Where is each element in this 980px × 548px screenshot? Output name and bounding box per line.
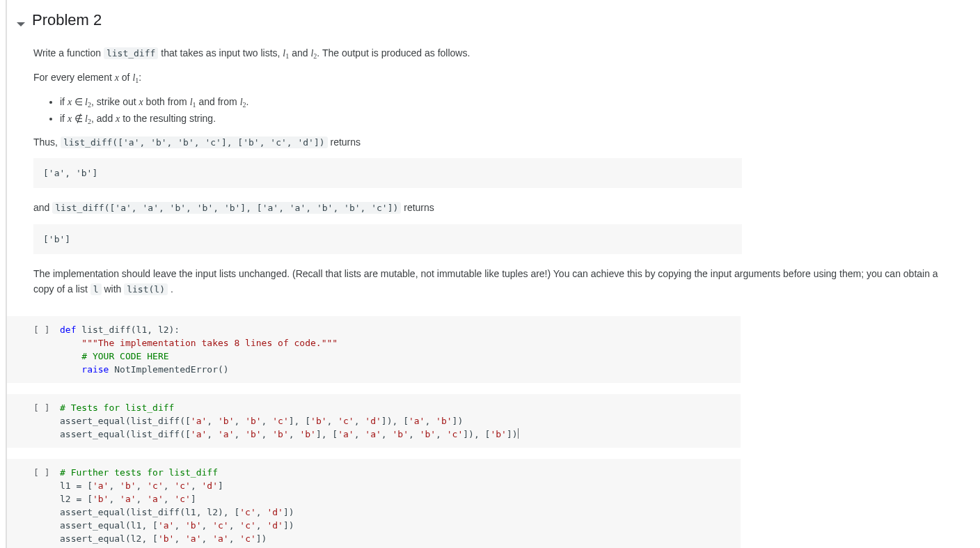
bullet-list: if x ∈ l2, strike out x both from l1 and…	[33, 94, 954, 127]
list-item: if x ∈ l2, strike out x both from l1 and…	[60, 94, 954, 111]
inline-code: l	[90, 283, 102, 295]
paragraph: The implementation should leave the inpu…	[33, 267, 954, 297]
math-var: l2	[85, 97, 91, 107]
section-heading: Problem 2	[32, 11, 102, 29]
paragraph: and list_diff(['a', 'a', 'b', 'b', 'b'],…	[33, 201, 954, 216]
cell-execute-prompt[interactable]: [ ]	[7, 466, 60, 545]
math-var: l2	[85, 113, 91, 124]
code-cell[interactable]: [ ] def list_diff(l1, l2): """The implem…	[7, 316, 741, 383]
paragraph: For every element x of l1:	[33, 70, 954, 86]
code-editor[interactable]: # Further tests for list_diff l1 = ['a',…	[60, 466, 741, 545]
collapse-toggle-icon[interactable]	[17, 22, 25, 26]
text-cursor-icon	[518, 428, 519, 439]
math-var: l1	[190, 97, 196, 107]
math-var: l2	[240, 97, 246, 107]
prose-body: Write a function list_diff that takes as…	[33, 46, 954, 297]
math-var: l1	[132, 72, 139, 83]
cell-execute-prompt[interactable]: [ ]	[7, 323, 60, 376]
list-item: if x ∉ l2, add x to the resulting string…	[60, 111, 954, 127]
markdown-cell: Problem 2 Write a function list_diff tha…	[7, 0, 980, 297]
code-output-block: ['b']	[33, 224, 742, 254]
code-output-block: ['a', 'b']	[33, 158, 742, 188]
cell-execute-prompt[interactable]: [ ]	[7, 401, 60, 441]
code-editor[interactable]: def list_diff(l1, l2): """The implementa…	[60, 323, 741, 376]
inline-code: list_diff(['a', 'b', 'b', 'c'], ['b', 'c…	[61, 136, 328, 148]
inline-code: list_diff	[104, 47, 158, 59]
paragraph: Thus, list_diff(['a', 'b', 'b', 'c'], ['…	[33, 135, 954, 150]
inline-code: list_diff(['a', 'a', 'b', 'b', 'b'], ['a…	[52, 202, 401, 214]
code-cell[interactable]: [ ] # Tests for list_diff assert_equal(l…	[7, 394, 741, 448]
inline-code: list(l)	[124, 283, 168, 295]
code-editor[interactable]: # Tests for list_diff assert_equal(list_…	[60, 401, 741, 441]
notebook-section: Problem 2 Write a function list_diff tha…	[6, 0, 980, 548]
paragraph: Write a function list_diff that takes as…	[33, 46, 954, 62]
code-cell[interactable]: [ ] # Further tests for list_diff l1 = […	[7, 459, 741, 548]
math-var: l1	[283, 48, 289, 58]
